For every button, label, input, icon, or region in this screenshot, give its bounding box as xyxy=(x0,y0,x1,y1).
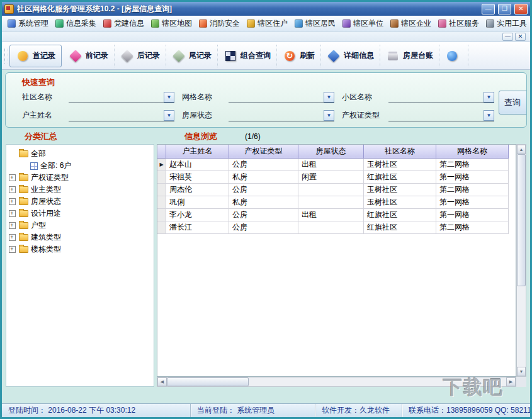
expand-icon[interactable]: + xyxy=(9,234,16,241)
vertical-scroll-thumb[interactable] xyxy=(517,154,526,286)
table-cell[interactable]: 公房 xyxy=(229,184,298,196)
chevron-down-icon[interactable]: ▼ xyxy=(324,92,334,103)
table-cell[interactable]: 玉树社区 xyxy=(364,196,436,209)
tree-node-house-status[interactable]: + 房屋状态 xyxy=(8,196,152,208)
prev-record-button[interactable]: 前记录 xyxy=(63,45,115,67)
horizontal-scrollbar[interactable]: ◀ ▶ xyxy=(157,377,516,387)
menu-item-district-map[interactable]: 辖区地图 xyxy=(148,17,195,30)
expand-icon[interactable]: + xyxy=(9,210,16,217)
menu-item-tools[interactable]: 实用工具 xyxy=(483,17,530,30)
mdi-close-button[interactable]: ✕ xyxy=(515,33,526,41)
menu-item-info-collect[interactable]: 信息采集 xyxy=(52,17,99,30)
expand-icon[interactable]: + xyxy=(9,222,16,229)
refresh-button[interactable]: 刷新 xyxy=(277,45,321,67)
scroll-left-icon[interactable]: ◀ xyxy=(157,377,167,386)
table-cell[interactable]: 周杰伦 xyxy=(166,184,229,196)
grid-name-select[interactable]: ▼ xyxy=(229,91,334,103)
menu-item-community-service[interactable]: 社区服务 xyxy=(435,17,482,30)
combo-query-button[interactable]: 组合查询 xyxy=(218,45,277,67)
house-ledger-button[interactable]: 房屋台账 xyxy=(380,45,439,67)
table-cell[interactable]: 第一网格 xyxy=(436,171,509,184)
table-cell[interactable]: 红旗社区 xyxy=(364,221,436,234)
house-status-select[interactable]: ▼ xyxy=(229,109,334,121)
scroll-up-icon[interactable]: ▲ xyxy=(517,145,526,154)
property-cert-type-select[interactable]: ▼ xyxy=(388,109,494,121)
table-cell[interactable]: 第一网格 xyxy=(436,196,509,209)
estate-name-select[interactable]: ▼ xyxy=(388,91,494,103)
scroll-down-icon[interactable]: ▼ xyxy=(517,367,526,376)
table-cell[interactable]: 闲置 xyxy=(298,171,364,184)
detail-info-button[interactable]: 详细信息 xyxy=(321,45,380,67)
table-cell[interactable]: 公房 xyxy=(229,159,298,171)
table-cell[interactable]: 私房 xyxy=(229,171,298,184)
community-name-select[interactable]: ▼ xyxy=(69,91,174,103)
tree-node-building-type[interactable]: + 建筑类型 xyxy=(8,232,152,243)
menu-item-system[interactable]: 系统管理 xyxy=(4,17,52,30)
table-cell[interactable]: 出租 xyxy=(298,209,364,221)
owner-name-select[interactable]: ▼ xyxy=(69,109,174,121)
mdi-minimize-button[interactable]: — xyxy=(502,33,513,41)
table-cell[interactable]: 出租 xyxy=(298,159,364,171)
tree-node-property-cert-type[interactable]: + 产权证类型 xyxy=(8,172,152,184)
chevron-down-icon[interactable]: ▼ xyxy=(324,110,334,121)
table-cell[interactable]: 第二网格 xyxy=(436,184,509,196)
vertical-scrollbar[interactable]: ▲ ▼ xyxy=(516,144,526,377)
maximize-button[interactable]: ❐ xyxy=(498,4,511,14)
search-button[interactable]: 查询 xyxy=(499,91,527,115)
row-selector[interactable] xyxy=(157,209,166,221)
table-cell[interactable]: 宋祖英 xyxy=(166,171,229,184)
menu-item-households[interactable]: 辖区住户 xyxy=(244,17,291,30)
menu-item-party-info[interactable]: 党建信息 xyxy=(100,17,147,30)
row-selector[interactable] xyxy=(157,196,166,209)
column-header[interactable]: 社区名称 xyxy=(364,145,436,159)
tree-node-owner-type[interactable]: + 业主类型 xyxy=(8,184,152,196)
menu-item-residents[interactable]: 辖区居民 xyxy=(291,17,339,30)
partial-toolbar-button[interactable] xyxy=(439,45,468,67)
menu-item-fire-safety[interactable]: 消防安全 xyxy=(196,17,243,30)
chevron-down-icon[interactable]: ▼ xyxy=(484,110,494,121)
table-cell[interactable]: 红旗社区 xyxy=(364,171,436,184)
close-button[interactable]: ✕ xyxy=(514,4,528,14)
table-cell[interactable]: 第二网格 xyxy=(436,221,509,234)
tree-node-all[interactable]: 全部 xyxy=(8,148,152,160)
table-cell[interactable]: 潘长江 xyxy=(166,221,229,234)
first-record-button[interactable]: 首记录 xyxy=(9,45,62,67)
table-cell[interactable]: 巩俐 xyxy=(166,196,229,209)
row-selector[interactable] xyxy=(157,221,166,234)
menu-item-units[interactable]: 辖区单位 xyxy=(339,17,387,30)
chevron-down-icon[interactable]: ▼ xyxy=(484,92,494,103)
chevron-down-icon[interactable]: ▼ xyxy=(164,92,174,103)
scroll-right-icon[interactable]: ▶ xyxy=(506,377,516,386)
expand-icon[interactable]: + xyxy=(9,186,16,193)
table-cell[interactable]: 李小龙 xyxy=(166,209,229,221)
tree-node-all-count[interactable]: 全部: 6户 xyxy=(8,160,152,172)
minimize-button[interactable]: — xyxy=(482,4,495,14)
column-header[interactable]: 房屋状态 xyxy=(298,145,364,159)
column-header[interactable]: 产权证类型 xyxy=(229,145,298,159)
horizontal-scroll-thumb[interactable] xyxy=(167,377,249,386)
table-cell[interactable]: 公房 xyxy=(229,209,298,221)
table-cell[interactable] xyxy=(298,221,364,234)
table-cell[interactable] xyxy=(298,184,364,196)
table-cell[interactable] xyxy=(298,196,364,209)
table-cell[interactable]: 私房 xyxy=(229,196,298,209)
tree-node-design-purpose[interactable]: + 设计用途 xyxy=(8,208,152,220)
tree-node-unit-type[interactable]: + 户型 xyxy=(8,220,152,232)
table-cell[interactable]: 玉树社区 xyxy=(364,184,436,196)
table-cell[interactable]: 公房 xyxy=(229,221,298,234)
table-cell[interactable]: 玉树社区 xyxy=(364,159,436,171)
expand-icon[interactable]: + xyxy=(9,198,16,205)
row-pointer[interactable]: ▶ xyxy=(157,159,166,171)
row-selector[interactable] xyxy=(157,171,166,184)
column-header[interactable]: 网格名称 xyxy=(436,145,509,159)
chevron-down-icon[interactable]: ▼ xyxy=(164,110,174,121)
expand-icon[interactable]: + xyxy=(9,174,16,181)
last-record-button[interactable]: 尾记录 xyxy=(166,45,218,67)
menu-item-enterprises[interactable]: 辖区企业 xyxy=(387,17,434,30)
tree-node-block-type[interactable]: + 楼栋类型 xyxy=(8,243,152,255)
table-cell[interactable]: 第二网格 xyxy=(436,159,509,171)
column-header[interactable]: 户主姓名 xyxy=(166,145,229,159)
table-cell[interactable]: 第一网格 xyxy=(436,209,509,221)
expand-icon[interactable]: + xyxy=(9,246,16,253)
table-cell[interactable]: 赵本山 xyxy=(166,159,229,171)
